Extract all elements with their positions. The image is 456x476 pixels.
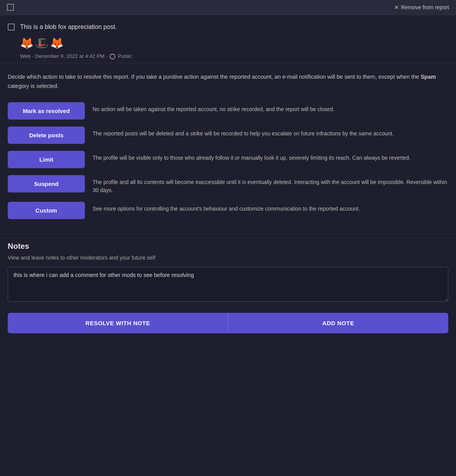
suspend-button[interactable]: Suspend xyxy=(8,175,85,192)
x-icon: ✕ xyxy=(394,4,399,10)
remove-label: Remove from report xyxy=(401,4,449,10)
custom-description: See more options for controlling the acc… xyxy=(93,202,360,213)
bottom-buttons: RESOLVE WITH NOTE ADD NOTE xyxy=(0,307,456,341)
notes-title: Notes xyxy=(8,242,448,251)
add-note-button[interactable]: ADD NOTE xyxy=(228,313,449,333)
action-row-suspend: Suspend The profile and all its contents… xyxy=(8,175,448,195)
page-wrapper: ✕ Remove from report This is a blob fox … xyxy=(0,0,456,341)
post-emojis: 🦊🎩🦊 xyxy=(8,37,448,49)
remove-from-report-link[interactable]: ✕ Remove from report xyxy=(394,4,449,10)
description-text: Decide which action to take to resolve t… xyxy=(8,74,436,89)
spam-emphasis: Spam xyxy=(421,74,436,80)
actions-section: Mark as resolved No action will be taken… xyxy=(0,98,456,234)
header-checkbox[interactable] xyxy=(7,4,14,11)
mark-as-resolved-description: No action will be taken against the repo… xyxy=(93,102,334,114)
suspend-description: The profile and all its contents will be… xyxy=(93,175,448,195)
post-meta: Web · December 9, 2022 at 4:42 PM · Publ… xyxy=(8,53,448,59)
description-section: Decide which action to take to resolve t… xyxy=(0,63,456,98)
limit-description: The profile will be visible only to thos… xyxy=(93,151,410,162)
notes-subtitle: View and leave notes to other moderators… xyxy=(8,255,448,261)
action-row-resolve: Mark as resolved No action will be taken… xyxy=(8,102,448,120)
action-row-delete: Delete posts The reported posts will be … xyxy=(8,127,448,144)
delete-posts-description: The reported posts will be deleted and a… xyxy=(93,127,394,138)
action-row-custom: Custom See more options for controlling … xyxy=(8,202,448,219)
custom-button[interactable]: Custom xyxy=(8,202,85,219)
resolve-with-note-button[interactable]: RESOLVE WITH NOTE xyxy=(8,313,228,333)
globe-icon xyxy=(110,54,115,59)
post-meta-text: Web · December 9, 2022 at 4:42 PM · xyxy=(20,53,107,59)
mark-as-resolved-button[interactable]: Mark as resolved xyxy=(8,102,85,120)
notes-textarea[interactable]: this is where i can add a comment for ot… xyxy=(8,267,448,302)
post-title: This is a blob fox appreciation post. xyxy=(20,23,117,31)
post-header: This is a blob fox appreciation post. xyxy=(8,23,448,31)
action-row-limit: Limit The profile will be visible only t… xyxy=(8,151,448,168)
header-bar: ✕ Remove from report xyxy=(0,0,456,15)
limit-button[interactable]: Limit xyxy=(8,151,85,168)
notes-section: Notes View and leave notes to other mode… xyxy=(0,234,456,307)
delete-posts-button[interactable]: Delete posts xyxy=(8,127,85,144)
post-checkbox[interactable] xyxy=(8,24,15,30)
post-section: This is a blob fox appreciation post. 🦊🎩… xyxy=(0,15,456,63)
post-visibility: Public xyxy=(118,53,132,59)
